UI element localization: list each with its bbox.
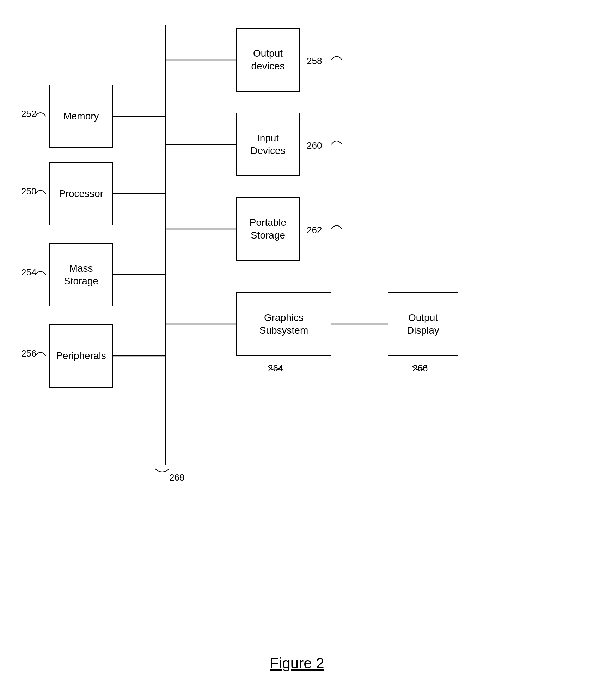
processor-label: Processor [59,187,103,200]
peripherals-ref: 256 [21,348,36,359]
memory-block: Memory [49,85,113,148]
mass-storage-label: Mass Storage [64,262,98,288]
portable-storage-block: Portable Storage [236,197,300,261]
output-devices-label: Output devices [251,47,285,73]
memory-ref: 252 [21,109,36,119]
input-devices-block: Input Devices [236,113,300,176]
figure-caption: Figure 2 [270,655,324,672]
input-devices-label: Input Devices [250,132,286,157]
portable-storage-ref: 262 [307,225,322,236]
mass-storage-ref: 254 [21,267,36,278]
output-display-block: Output Display [388,292,458,356]
mass-storage-block: Mass Storage [49,243,113,306]
input-devices-ref: 260 [307,140,322,151]
bus-ref: 268 [169,472,184,483]
peripherals-block: Peripherals [49,324,113,388]
processor-ref: 250 [21,186,36,197]
peripherals-label: Peripherals [56,349,106,362]
memory-label: Memory [63,110,99,123]
output-display-ref: 266 [412,363,428,374]
graphics-subsystem-ref: 264 [268,363,283,374]
output-devices-ref: 258 [307,56,322,67]
portable-storage-label: Portable Storage [250,216,286,242]
graphics-subsystem-label: Graphics Subsystem [259,311,308,337]
diagram-container: Memory 252 Processor 250 Mass Storage 25… [14,14,578,648]
processor-block: Processor [49,162,113,225]
output-display-label: Output Display [407,311,439,337]
output-devices-block: Output devices [236,28,300,92]
graphics-subsystem-block: Graphics Subsystem [236,292,331,356]
